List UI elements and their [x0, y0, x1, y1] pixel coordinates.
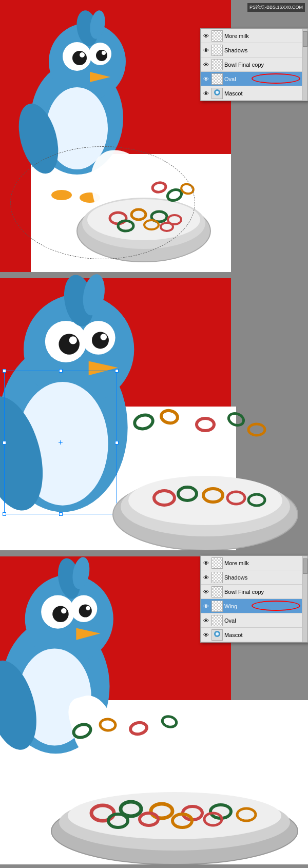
layer-row[interactable]: 👁Shadows	[201, 43, 307, 57]
layer-name-label: More milk	[224, 33, 299, 39]
layer-eye-icon[interactable]: 👁	[202, 46, 210, 54]
layer-row[interactable]: 👁Wing	[201, 599, 307, 613]
layer-eye-icon[interactable]: 👁	[202, 616, 210, 625]
layer-thumbnail	[211, 45, 223, 56]
svg-point-46	[160, 409, 179, 424]
svg-point-49	[248, 424, 265, 435]
section-2: + 👁More milk👁Shadows👁Bo	[0, 278, 308, 550]
layer-name-label: More milk	[224, 560, 299, 566]
svg-point-59	[216, 632, 219, 635]
layer-row[interactable]: 👁Mascot	[201, 628, 307, 642]
cereal-bowl-3	[31, 710, 308, 864]
svg-point-8	[102, 51, 106, 55]
svg-point-65	[52, 606, 69, 623]
layer-row[interactable]: 👁Shadows	[201, 570, 307, 585]
layer-name-label: Bowl Final copy	[224, 62, 299, 68]
svg-point-6	[96, 50, 107, 61]
svg-point-7	[80, 52, 85, 57]
layer-thumbnail	[211, 30, 223, 42]
oval-selection	[10, 146, 195, 259]
transform-handle-bl[interactable]	[3, 512, 6, 516]
svg-point-35	[59, 334, 80, 355]
svg-point-67	[61, 608, 67, 614]
layers-panel-2: 👁More milk👁Shadows👁Bowl Final copy👁Wing👁…	[200, 555, 308, 643]
layer-eye-icon[interactable]: 👁	[202, 32, 210, 40]
transform-handle-tr[interactable]	[115, 369, 119, 373]
section-1: PS论坛-BBS.16XX8.COM	[0, 0, 308, 272]
layer-row[interactable]: 👁Oval	[201, 72, 307, 86]
layer-list-1: 👁More milk👁Shadows👁Bowl Final copy👁Oval👁…	[201, 29, 307, 101]
layer-thumbnail	[211, 586, 223, 597]
layer-eye-icon[interactable]: 👁	[202, 61, 210, 69]
scrollbar-1[interactable]	[302, 29, 307, 101]
layer-eye-icon[interactable]: 👁	[202, 588, 210, 596]
transform-handle-tl[interactable]	[3, 369, 6, 373]
center-crosshair: +	[58, 438, 63, 447]
layer-thumbnail	[211, 88, 223, 99]
layer-row[interactable]: 👁More milk	[201, 29, 307, 43]
svg-point-38	[100, 334, 107, 340]
layer-name-label: Shadows	[224, 47, 299, 53]
layer-thumbnail	[211, 73, 223, 85]
transform-handle-tm[interactable]	[59, 369, 63, 373]
layer-thumbnail	[211, 629, 223, 641]
layer-row[interactable]: 👁Mascot	[201, 86, 307, 101]
transform-handle-ml[interactable]	[3, 441, 6, 445]
layer-thumbnail	[211, 572, 223, 583]
layer-name-label: Mascot	[224, 90, 299, 97]
layer-list-2: 👁More milk👁Shadows👁Bowl Final copy👁Wing👁…	[201, 556, 307, 642]
svg-point-78	[161, 715, 178, 729]
layers-panel-1: 👁More milk👁Shadows👁Bowl Final copy👁Oval👁…	[200, 28, 308, 101]
layer-eye-icon[interactable]: 👁	[202, 559, 210, 567]
transform-handle-bm[interactable]	[59, 512, 63, 516]
scrollbar-2[interactable]	[302, 556, 307, 642]
svg-point-77	[129, 721, 147, 735]
layer-row[interactable]: 👁Bowl Final copy	[201, 585, 307, 599]
svg-point-47	[197, 418, 214, 431]
layer-row[interactable]: 👁Bowl Final copy	[201, 57, 307, 72]
cereal-area-2	[103, 407, 308, 550]
svg-point-48	[227, 412, 245, 428]
layer-eye-icon[interactable]: 👁	[202, 75, 210, 83]
layer-name-label: Shadows	[224, 574, 299, 581]
svg-point-68	[86, 606, 90, 610]
layer-eye-icon[interactable]: 👁	[202, 631, 210, 639]
svg-point-66	[79, 604, 92, 617]
layer-eye-icon[interactable]: 👁	[202, 573, 210, 582]
svg-point-37	[69, 336, 77, 344]
transform-box: +	[4, 371, 117, 514]
layer-name-label: Oval	[224, 76, 299, 82]
layer-eye-icon[interactable]: 👁	[202, 89, 210, 98]
layer-name-label: Wing	[224, 603, 299, 609]
layer-eye-icon[interactable]: 👁	[202, 602, 210, 610]
svg-point-29	[216, 91, 219, 94]
svg-point-44	[169, 407, 200, 459]
svg-point-5	[72, 51, 87, 65]
layer-thumbnail	[211, 557, 223, 569]
layer-name-label: Oval	[224, 618, 299, 624]
scrollbar-thumb-1[interactable]	[303, 31, 307, 47]
watermark: PS论坛-BBS.16XX8.COM	[247, 3, 305, 12]
layer-thumbnail	[211, 601, 223, 612]
layer-name-label: Mascot	[224, 632, 299, 638]
cereal-svg-2	[103, 407, 308, 550]
scrollbar-thumb-2[interactable]	[303, 558, 307, 574]
layer-row[interactable]: 👁Oval	[201, 613, 307, 628]
layer-name-label: Bowl Final copy	[224, 589, 299, 595]
layer-row[interactable]: 👁More milk	[201, 556, 307, 570]
layer-thumbnail	[211, 615, 223, 626]
svg-point-36	[92, 332, 109, 349]
layer-thumbnail	[211, 59, 223, 70]
